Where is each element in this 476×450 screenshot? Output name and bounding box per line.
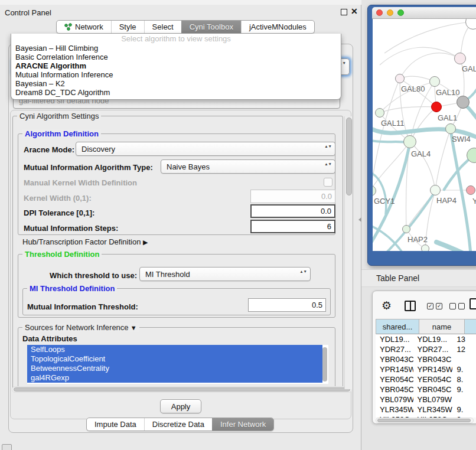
network-node[interactable] — [457, 96, 470, 109]
minimized-window-icon[interactable] — [2, 444, 12, 450]
scrollbar-thumb[interactable] — [346, 118, 352, 195]
node-label: Y — [472, 197, 476, 206]
mi-type-label: Mutual Information Algorithm Type: — [24, 163, 153, 172]
tab-network[interactable]: Network — [57, 21, 111, 33]
hub-definition-label: Hub/Transcription Factor Definition — [22, 237, 141, 246]
manual-kernel-checkbox[interactable] — [324, 178, 332, 187]
apply-button[interactable]: Apply — [160, 399, 201, 413]
kernel-width-input[interactable] — [250, 190, 335, 203]
dropdown-item-dream8-dc-tdc-algorithm[interactable]: Dream8 DC_TDC Algorithm — [11, 88, 341, 97]
node-label: GAL10 — [436, 88, 459, 97]
node-label: GAL — [462, 64, 476, 73]
table-row[interactable]: YDL19...YDL19...13 — [376, 334, 476, 344]
mi-steps-input[interactable] — [250, 220, 335, 233]
node-label: GAL11 — [381, 119, 405, 128]
network-node-gal[interactable] — [454, 53, 466, 64]
minimize-traffic-light[interactable] — [387, 9, 393, 16]
network-node[interactable] — [421, 244, 429, 251]
table-row[interactable]: YBR043CYBR043C — [376, 354, 476, 364]
data-attribute-item[interactable]: BetweennessCentrality — [27, 364, 322, 373]
dpi-tolerance-input[interactable] — [250, 204, 335, 218]
table-cell: YER054C — [376, 375, 413, 384]
dpi-tolerance-label: DPI Tolerance [0,1]: — [24, 208, 94, 217]
network-node-hap2[interactable] — [402, 225, 410, 233]
file-icon[interactable] — [470, 298, 476, 309]
table-row[interactable]: YDR27...YDR27...12 — [376, 344, 476, 354]
columns-icon[interactable] — [405, 301, 416, 311]
scrollbar-thumb[interactable] — [377, 419, 471, 422]
horizontal-scrollbar[interactable] — [12, 386, 352, 393]
split-pane-collapse-icon[interactable] — [358, 217, 361, 222]
which-threshold-combobox[interactable]: MI Threshold ▲▼ — [139, 267, 311, 281]
table-body: YDL19...YDL19...13YDR27...YDR27...12YBR0… — [376, 334, 476, 418]
group-title: Algorithm Definition — [22, 129, 101, 138]
network-node-gal80[interactable] — [395, 74, 405, 83]
scrollbar-thumb[interactable] — [14, 387, 350, 392]
dropdown-item-mutual-information-inference[interactable]: Mutual Information Inference — [11, 70, 341, 79]
network-node-gal1[interactable] — [431, 102, 442, 112]
dropdown-item-basic-correlation-inference[interactable]: Basic Correlation Inference — [11, 53, 341, 61]
network-node-swi4[interactable] — [445, 123, 456, 134]
close-icon[interactable]: ✕ — [351, 6, 358, 16]
table-cell: YLR345W — [413, 405, 453, 414]
table-cell: YDR27... — [413, 345, 453, 354]
table-cell: YBL079W — [376, 395, 413, 404]
tab-label: Select — [152, 22, 174, 31]
table-row[interactable]: YER054CYER054C8. — [376, 374, 476, 384]
column-header[interactable]: name — [419, 319, 465, 334]
data-attribute-item[interactable]: gal4RGexp — [27, 373, 322, 383]
expand-down-icon: ▼ — [129, 324, 137, 331]
checked-column-icon[interactable]: ✓ — [436, 303, 442, 309]
table-horizontal-scrollbar[interactable] — [376, 418, 474, 423]
mi-threshold-label: Mutual Information Threshold: — [27, 302, 138, 311]
table-cell: 9. — [452, 405, 476, 414]
settings-scrollbar[interactable] — [344, 116, 353, 389]
checked-column-icon[interactable]: ✓ — [427, 303, 433, 309]
float-window-icon[interactable] — [341, 9, 347, 15]
zoom-traffic-light[interactable] — [397, 9, 404, 16]
data-attribute-item[interactable]: SelfLoops — [27, 345, 322, 354]
network-node-y[interactable] — [466, 185, 475, 195]
network-node-gal11[interactable] — [375, 108, 384, 118]
tab-discretize-data[interactable]: Discretize Data — [144, 418, 212, 431]
gear-icon[interactable]: ⚙ — [382, 299, 392, 312]
table-cell: 13 — [452, 335, 476, 344]
network-node-gal10[interactable] — [429, 76, 440, 87]
sources-title-text: Sources for Network Inference — [25, 323, 129, 332]
table-row[interactable]: YBL079WYBL079W — [376, 394, 476, 405]
tab-impute-data[interactable]: Impute Data — [87, 418, 144, 431]
tab-infer-network[interactable]: Infer Network — [212, 418, 273, 431]
network-canvas[interactable]: GALGAL80GAL10GAL1GAL11SWI4GAL4GCY1HAP4YH… — [373, 19, 476, 251]
which-threshold-label: Which threshold to use: — [50, 271, 137, 280]
column-header[interactable]: shared... — [376, 319, 419, 334]
tab-label: Style — [119, 22, 136, 31]
table-row[interactable]: YLR345WYLR345W9. — [376, 405, 476, 415]
data-attributes-label: Data Attributes — [22, 334, 77, 343]
table-row[interactable]: YBR045CYBR045C9. — [376, 384, 476, 394]
mi-threshold-input[interactable] — [248, 298, 326, 312]
unchecked-column-icon[interactable] — [458, 303, 465, 309]
dropdown-item-bayesian-hill-climbing[interactable]: Bayesian – Hill Climbing — [11, 44, 341, 53]
sources-group-title[interactable]: Sources for Network Inference ▼ — [22, 323, 139, 332]
tab-jactivemnodules[interactable]: jActiveMNodules — [241, 21, 314, 33]
tab-cyni-toolbox[interactable]: Cyni Toolbox — [181, 21, 241, 33]
group-title: MI Threshold Definition — [27, 284, 117, 293]
close-traffic-light[interactable] — [376, 9, 383, 16]
dropdown-prompt: Select algorithm to view settings — [11, 34, 341, 44]
unchecked-column-icon[interactable] — [449, 303, 456, 309]
table-row[interactable]: YPR145WYPR145W9. — [376, 364, 476, 374]
network-node-hap4[interactable] — [430, 185, 441, 195]
dropdown-item-bayesian-k2[interactable]: Bayesian – K2 — [11, 79, 341, 88]
list-scrollbar-thumb[interactable] — [322, 347, 327, 381]
mi-type-combobox[interactable]: Naive Bayes ▲▼ — [161, 159, 335, 174]
column-header[interactable] — [465, 319, 476, 334]
network-node-gal4[interactable] — [403, 135, 416, 148]
tab-select[interactable]: Select — [144, 21, 181, 33]
window-title: Control Panel — [5, 8, 51, 17]
node-label: HAP2 — [407, 235, 428, 244]
data-attribute-item[interactable]: TopologicalCoefficient — [27, 354, 322, 364]
dropdown-item-aracne-algorithm[interactable]: ARACNE Algorithm — [11, 61, 341, 70]
tab-style[interactable]: Style — [111, 21, 144, 33]
aracne-mode-combobox[interactable]: Discovery ▲▼ — [76, 142, 335, 156]
hub-definition-toggle[interactable]: Hub/Transcription Factor Definition ▶ — [22, 237, 148, 246]
